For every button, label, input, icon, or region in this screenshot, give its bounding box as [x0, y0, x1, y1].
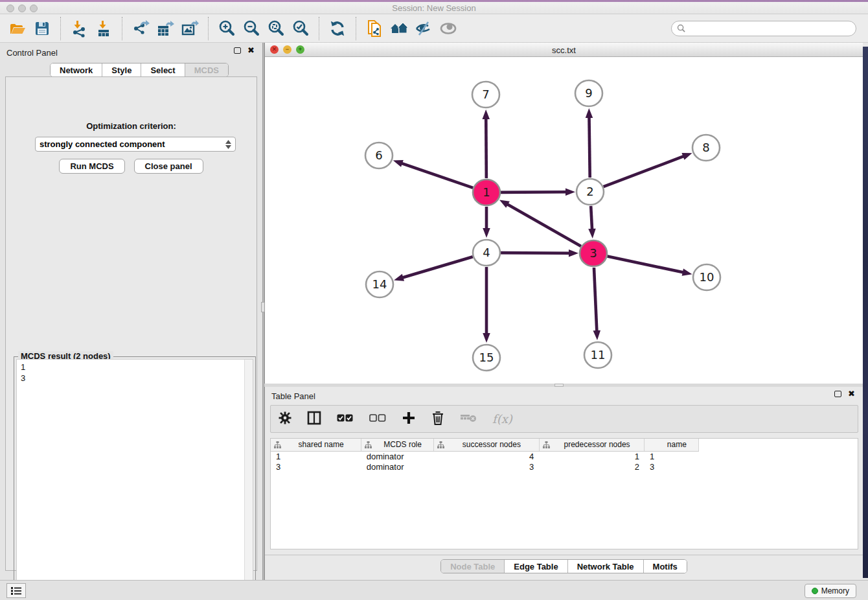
table-toolbar: f(x)	[270, 405, 858, 433]
network-overview-icon[interactable]	[387, 17, 411, 40]
import-network-icon[interactable]	[67, 17, 91, 40]
column-header-filler	[699, 439, 858, 451]
zoom-selected-icon[interactable]	[288, 17, 313, 40]
export-table-icon[interactable]	[153, 17, 177, 40]
open-file-icon[interactable]	[5, 17, 30, 40]
column-header[interactable]: successor nodes	[434, 439, 540, 451]
tab-edge-table[interactable]: Edge Table	[505, 560, 567, 573]
zoom-in-icon[interactable]	[214, 17, 239, 40]
select-all-icon[interactable]	[337, 413, 354, 425]
mcds-panel: Optimization criterion: strongly connect…	[5, 76, 257, 571]
settings-icon[interactable]	[279, 411, 291, 427]
table-cell: 1	[539, 451, 645, 461]
task-history-button[interactable]	[6, 583, 26, 598]
graph-edge-arrowhead	[483, 333, 490, 343]
control-panel: Control Panel ✖ Network Style Select MCD…	[0, 43, 262, 580]
table-row[interactable]: 1dominator411	[271, 451, 858, 461]
tab-mcds[interactable]: MCDS	[185, 63, 228, 76]
desktop-wallpaper-top	[0, 0, 868, 2]
graph-node-label: 10	[700, 270, 714, 284]
close-panel-icon[interactable]: ✖	[848, 391, 855, 397]
column-header[interactable]: name	[645, 439, 699, 451]
tab-network[interactable]: Network	[51, 63, 102, 76]
node-table: shared nameMCDS rolesuccessor nodesprede…	[271, 439, 858, 472]
tab-network-table[interactable]: Network Table	[568, 560, 644, 573]
import-table-icon[interactable]	[91, 17, 116, 40]
graph-edge-arrowhead	[569, 249, 578, 257]
close-panel-button[interactable]: Close panel	[134, 159, 203, 174]
apply-layout-icon[interactable]	[325, 17, 350, 40]
close-panel-icon[interactable]: ✖	[247, 47, 255, 54]
graph-node-label: 4	[483, 246, 490, 259]
export-image-icon[interactable]	[177, 17, 202, 40]
graph-edge-arrowhead	[588, 229, 595, 238]
search-input[interactable]	[689, 24, 851, 33]
graph-edge[interactable]	[604, 156, 685, 187]
main-toolbar	[0, 14, 868, 43]
save-session-icon[interactable]	[30, 17, 54, 40]
zoom-out-icon[interactable]	[239, 17, 264, 40]
clone-network-icon[interactable]	[362, 17, 387, 40]
result-scrollbar[interactable]	[244, 360, 253, 600]
tab-motifs[interactable]: Motifs	[644, 560, 687, 573]
table-tabs: Node Table Edge Table Network Table Moti…	[440, 559, 687, 573]
table-row[interactable]: 3dominator323	[271, 461, 858, 472]
show-hidden-icon[interactable]	[436, 17, 461, 40]
graph-edge[interactable]	[402, 257, 473, 278]
refresh-glyph	[328, 19, 347, 38]
table-cell: dominator	[361, 461, 434, 472]
split-columns-icon[interactable]	[307, 411, 321, 428]
deselect-all-icon[interactable]	[369, 413, 386, 425]
delete-column-icon[interactable]	[431, 411, 444, 428]
memory-button[interactable]: Memory	[805, 584, 856, 598]
import-network-glyph	[70, 19, 88, 38]
graph-edge[interactable]	[501, 192, 567, 192]
float-panel-icon[interactable]	[834, 391, 841, 397]
graph-edge-arrowhead	[593, 330, 600, 340]
graph-edge-arrowhead	[682, 269, 692, 276]
graph-node-label: 6	[375, 148, 382, 162]
run-mcds-button[interactable]: Run MCDS	[59, 159, 124, 174]
eye-glyph	[439, 19, 458, 38]
hide-selected-icon[interactable]	[411, 17, 436, 40]
graph-node-label: 15	[479, 351, 494, 364]
column-header[interactable]: predecessor nodes	[539, 439, 645, 451]
node-table-wrap: shared nameMCDS rolesuccessor nodesprede…	[270, 438, 858, 549]
column-header[interactable]: shared name	[271, 439, 361, 451]
criterion-value: strongly connected component	[40, 139, 165, 149]
function-builder-icon[interactable]: f(x)	[492, 412, 512, 426]
tab-select[interactable]: Select	[141, 63, 185, 76]
control-panel-title: Control Panel	[6, 48, 58, 58]
toolbar-separator	[319, 17, 319, 40]
search-field[interactable]	[671, 21, 856, 36]
optimization-criterion-label: Optimization criterion:	[6, 121, 257, 131]
graph-edge[interactable]	[486, 117, 486, 178]
destroy-table-icon[interactable]	[460, 412, 477, 426]
tab-node-table[interactable]: Node Table	[441, 560, 505, 573]
import-table-glyph	[95, 19, 113, 38]
graph-edge[interactable]	[400, 163, 473, 187]
zoom-fit-icon[interactable]	[264, 17, 288, 40]
graph-edge[interactable]	[589, 116, 589, 178]
float-panel-icon[interactable]	[234, 47, 241, 54]
graph-edge-arrowhead	[393, 160, 404, 167]
network-view-frame: ✕ − + scc.txt 1234678910111415	[264, 43, 863, 384]
graph-edge[interactable]	[501, 253, 571, 253]
export-network-glyph	[131, 19, 150, 38]
criterion-select[interactable]: strongly connected component	[35, 137, 236, 152]
network-canvas[interactable]: 1234678910111415	[265, 57, 863, 384]
graph-edge[interactable]	[506, 203, 580, 246]
status-bar: Memory	[0, 580, 868, 600]
mcds-result-text[interactable]: 1 3	[16, 359, 253, 600]
column-header[interactable]: MCDS role	[361, 439, 434, 451]
export-network-icon[interactable]	[128, 17, 153, 40]
table-header-row: shared nameMCDS rolesuccessor nodesprede…	[271, 439, 858, 451]
tab-style[interactable]: Style	[102, 63, 141, 76]
add-column-icon[interactable]	[402, 411, 416, 428]
graph-edge[interactable]	[608, 257, 685, 273]
zoom-in-glyph	[218, 19, 236, 38]
zoom-out-glyph	[242, 19, 260, 38]
table-panel: Table Panel ✖	[264, 387, 863, 580]
graph-edge[interactable]	[594, 268, 597, 332]
graph-edge[interactable]	[591, 206, 592, 231]
